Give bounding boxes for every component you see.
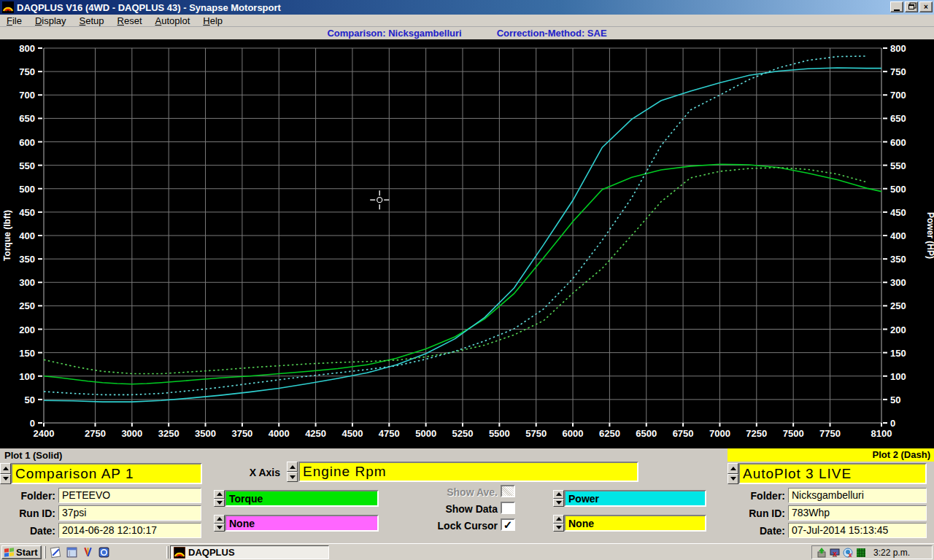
plot1-selector-spinner[interactable] bbox=[0, 463, 11, 484]
svg-text:2400: 2400 bbox=[34, 428, 55, 439]
svg-text:600: 600 bbox=[19, 137, 35, 148]
menu-reset[interactable]: Reset bbox=[111, 15, 149, 27]
svg-text:350: 350 bbox=[890, 254, 906, 265]
restore-icon bbox=[908, 4, 914, 9]
quicklaunch-blue-app-icon[interactable] bbox=[98, 546, 110, 559]
minimize-button[interactable] bbox=[890, 1, 903, 12]
menu-setup[interactable]: Setup bbox=[73, 15, 111, 27]
tray-activity-grid-icon[interactable] bbox=[856, 548, 866, 558]
x-axis-field[interactable]: Engine Rpm bbox=[298, 462, 638, 482]
daqplus-app-icon bbox=[2, 1, 14, 13]
plot1-channel1-field[interactable]: Torque bbox=[225, 490, 379, 507]
comparison-text: Comparison: Nicksgambelluri bbox=[327, 28, 461, 39]
plot1-selector-field[interactable]: Comparison AP 1 bbox=[11, 463, 202, 484]
quicklaunch-document-pen-icon[interactable] bbox=[50, 546, 62, 559]
svg-text:3250: 3250 bbox=[158, 428, 180, 439]
start-button[interactable]: Start bbox=[1, 545, 42, 559]
spin-up-icon[interactable] bbox=[214, 515, 225, 524]
menu-file[interactable]: File bbox=[0, 15, 28, 27]
svg-text:5250: 5250 bbox=[452, 428, 474, 439]
svg-text:6250: 6250 bbox=[599, 428, 620, 439]
menu-autoplot[interactable]: Autoplot bbox=[149, 15, 197, 27]
spin-down-icon[interactable] bbox=[727, 474, 738, 485]
spin-up-icon[interactable] bbox=[0, 463, 11, 474]
svg-text:750: 750 bbox=[19, 66, 35, 77]
plot2-date-field[interactable]: 07-Jul-2014 15:13:45 bbox=[788, 523, 927, 538]
spin-up-icon[interactable] bbox=[553, 515, 564, 524]
menu-bar: FileDisplaySetupResetAutoplotHelp bbox=[0, 15, 934, 27]
minimize-icon bbox=[894, 9, 900, 11]
menu-display[interactable]: Display bbox=[28, 15, 73, 27]
taskbar-clock: 3:22 p.m. bbox=[873, 548, 910, 558]
plot1-date-label: Date: bbox=[0, 525, 55, 537]
svg-text:200: 200 bbox=[890, 324, 906, 335]
plot2-runid-field[interactable]: 783Whp bbox=[788, 505, 927, 521]
svg-text:750: 750 bbox=[890, 66, 906, 77]
svg-text:650: 650 bbox=[890, 113, 906, 124]
menu-help[interactable]: Help bbox=[196, 15, 229, 27]
plot2-folder-field[interactable]: Nicksgambelluri bbox=[788, 488, 927, 503]
spin-down-icon[interactable] bbox=[214, 524, 225, 532]
title-bar[interactable]: DAQPLUS V16 (4WD - DAQPLUS 43) - Synapse… bbox=[0, 0, 934, 15]
svg-text:5750: 5750 bbox=[525, 428, 547, 439]
spin-down-icon[interactable] bbox=[0, 474, 11, 485]
svg-text:3000: 3000 bbox=[121, 428, 142, 439]
plot2-folder-label: Folder: bbox=[727, 490, 785, 502]
svg-text:700: 700 bbox=[19, 90, 35, 101]
tray-display-error-icon[interactable]: x bbox=[830, 548, 840, 558]
svg-text:150: 150 bbox=[890, 348, 906, 359]
plot2-title: Plot 2 (Dash) bbox=[727, 448, 934, 462]
daqplus-app-icon bbox=[174, 547, 185, 559]
plot2-channel2-spinner[interactable] bbox=[553, 515, 564, 532]
plot2-date-label: Date: bbox=[727, 525, 785, 537]
svg-text:500: 500 bbox=[19, 184, 35, 195]
svg-text:Power (HP): Power (HP) bbox=[925, 212, 934, 259]
plot1-date-field[interactable]: 2014-06-28 12:10:17 bbox=[58, 523, 201, 538]
spin-up-icon[interactable] bbox=[214, 490, 225, 499]
spin-up-icon[interactable] bbox=[287, 462, 298, 472]
svg-text:7500: 7500 bbox=[783, 428, 804, 439]
close-button[interactable]: × bbox=[919, 1, 933, 12]
plot1-channel2-spinner[interactable] bbox=[214, 515, 225, 532]
spin-down-icon[interactable] bbox=[553, 524, 564, 532]
dyno-chart[interactable]: 0050501001001501502002002502503003003503… bbox=[0, 39, 934, 448]
plot1-channel1-spinner[interactable] bbox=[214, 490, 225, 507]
spin-down-icon[interactable] bbox=[287, 472, 298, 482]
plot2-channel1-spinner[interactable] bbox=[553, 490, 564, 507]
svg-text:150: 150 bbox=[19, 348, 35, 359]
quicklaunch-window-icon[interactable] bbox=[66, 546, 78, 559]
plot1-folder-label: Folder: bbox=[0, 490, 55, 502]
svg-text:200: 200 bbox=[19, 324, 35, 335]
spin-up-icon[interactable] bbox=[553, 490, 564, 499]
svg-text:6750: 6750 bbox=[673, 428, 694, 439]
plot1-folder-field[interactable]: PETEEVO bbox=[58, 488, 201, 503]
svg-text:600: 600 bbox=[890, 137, 906, 148]
spin-down-icon[interactable] bbox=[214, 499, 225, 508]
correction-method-text: Correction-Method: SAE bbox=[497, 28, 607, 39]
svg-text:50: 50 bbox=[25, 394, 35, 405]
lock-cursor-checkbox[interactable] bbox=[501, 518, 515, 531]
restore-button[interactable] bbox=[905, 1, 918, 12]
spin-up-icon[interactable] bbox=[727, 463, 738, 474]
plot1-channel2-field[interactable]: None bbox=[225, 515, 379, 532]
spin-down-icon[interactable] bbox=[553, 499, 564, 508]
x-axis-spinner[interactable] bbox=[287, 462, 298, 482]
quicklaunch-pens-icon[interactable] bbox=[82, 546, 94, 559]
svg-text:300: 300 bbox=[19, 277, 35, 288]
svg-text:50: 50 bbox=[890, 394, 900, 405]
plot1-runid-field[interactable]: 37psi bbox=[58, 505, 201, 521]
plot2-channel2-field[interactable]: None bbox=[564, 515, 706, 532]
plot2-selector-field[interactable]: AutoPlot 3 LIVE bbox=[738, 463, 927, 484]
svg-text:6000: 6000 bbox=[563, 428, 584, 439]
plot2-channel1-field[interactable]: Power bbox=[564, 490, 706, 507]
plot2-selector-spinner[interactable] bbox=[727, 463, 738, 484]
tray-network-error-icon[interactable]: x bbox=[843, 548, 853, 558]
tray-update-icon[interactable] bbox=[817, 548, 827, 558]
control-panel: Plot 1 (Solid) Comparison AP 1 Folder: P… bbox=[0, 448, 934, 543]
show-data-checkbox[interactable] bbox=[501, 502, 515, 514]
dyno-chart-area[interactable]: 0050501001001501502002002502503003003503… bbox=[0, 39, 934, 448]
taskbar-button-daqplus[interactable]: DAQPLUS bbox=[170, 545, 329, 559]
show-ave-checkbox bbox=[501, 485, 515, 497]
svg-text:450: 450 bbox=[19, 207, 35, 218]
windows-flag-icon bbox=[4, 548, 14, 557]
